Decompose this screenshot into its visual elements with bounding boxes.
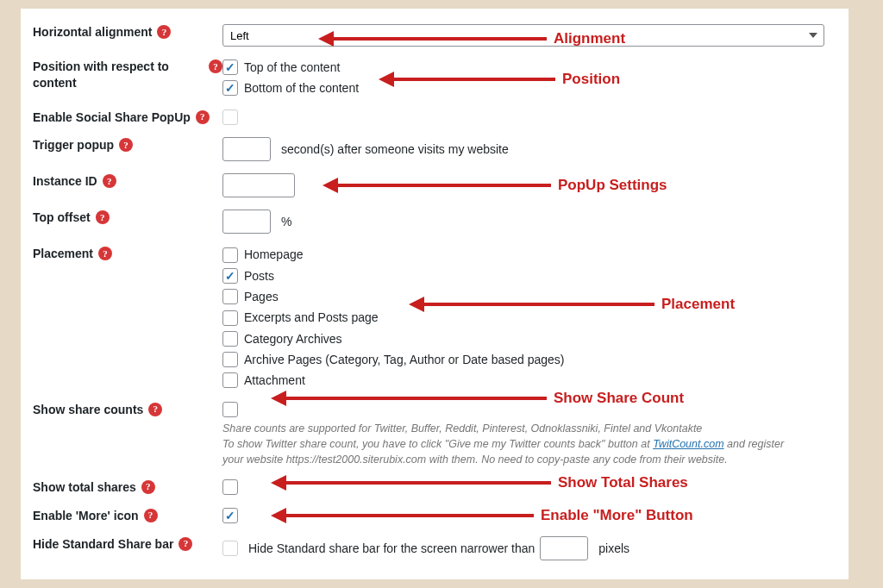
checkbox-label: Attachment bbox=[244, 372, 305, 389]
checkbox-enable-more[interactable] bbox=[222, 508, 238, 523]
checkbox-placement-1[interactable] bbox=[222, 268, 238, 284]
checkbox-placement-0[interactable] bbox=[222, 247, 238, 263]
help-icon[interactable]: ? bbox=[148, 403, 162, 416]
checkbox-placement-6[interactable] bbox=[222, 372, 238, 388]
checkbox-placement-5[interactable] bbox=[222, 352, 238, 367]
checkbox-hide-bar[interactable] bbox=[222, 541, 238, 556]
checkbox-label: Excerpts and Posts page bbox=[244, 309, 379, 326]
trigger-seconds-input[interactable] bbox=[222, 137, 271, 161]
checkbox-bottom-content[interactable] bbox=[222, 80, 238, 96]
label-position-content: Position with respect to content ? bbox=[33, 59, 222, 91]
top-offset-unit: % bbox=[281, 215, 291, 228]
checkbox-label: Homepage bbox=[244, 246, 304, 263]
label-enable-popup[interactable]: Enable Social Share PopUp ? bbox=[33, 109, 222, 126]
trigger-suffix: second(s) after someone visits my websit… bbox=[281, 142, 509, 156]
checkbox-placement-3[interactable] bbox=[222, 310, 238, 326]
help-icon[interactable]: ? bbox=[141, 480, 155, 494]
instance-id-input[interactable] bbox=[222, 173, 295, 197]
label-enable-more: Enable 'More' icon ? bbox=[33, 508, 222, 524]
label-trigger-popup[interactable]: Trigger popup ? bbox=[33, 137, 222, 153]
checkbox-label: Archive Pages (Category, Tag, Author or … bbox=[244, 351, 564, 368]
help-icon[interactable]: ? bbox=[98, 247, 112, 260]
label-instance-id[interactable]: Instance ID ? bbox=[33, 173, 222, 190]
twitcount-link[interactable]: TwitCount.com bbox=[653, 438, 723, 450]
help-icon[interactable]: ? bbox=[119, 138, 133, 152]
help-icon[interactable]: ? bbox=[96, 210, 110, 224]
checkbox-placement-4[interactable] bbox=[222, 331, 238, 347]
help-icon[interactable]: ? bbox=[144, 509, 158, 522]
help-icon[interactable]: ? bbox=[103, 174, 116, 188]
checkbox-label: Posts bbox=[244, 267, 274, 285]
alignment-select[interactable]: Left bbox=[222, 24, 824, 47]
label-top-offset[interactable]: Top offset ? bbox=[33, 210, 222, 226]
settings-panel: Horizontal alignment ? Left Position wit… bbox=[21, 9, 862, 579]
checkbox-placement-2[interactable] bbox=[222, 289, 238, 304]
help-icon[interactable]: ? bbox=[157, 25, 171, 39]
help-icon[interactable]: ? bbox=[209, 59, 222, 73]
label-show-total: Show total shares ? bbox=[33, 479, 222, 496]
counts-note: Share counts are supported for Twitter, … bbox=[222, 421, 792, 467]
label-hide-bar[interactable]: Hide Standard Share bar ? bbox=[33, 536, 222, 553]
checkbox-label: Top of the content bbox=[244, 59, 340, 76]
checkbox-label: Category Archives bbox=[244, 330, 342, 347]
help-icon[interactable]: ? bbox=[178, 537, 192, 551]
checkbox-show-counts[interactable] bbox=[222, 402, 238, 417]
label-show-counts: Show share counts ? bbox=[33, 402, 222, 418]
checkbox-enable-popup[interactable] bbox=[222, 109, 238, 125]
hide-bar-prefix: Hide Standard share bar for the screen n… bbox=[248, 541, 535, 555]
checkbox-label: Pages bbox=[244, 288, 279, 305]
top-offset-input[interactable] bbox=[222, 210, 271, 234]
checkbox-top-content[interactable] bbox=[222, 59, 238, 75]
hide-bar-suffix: pixels bbox=[598, 541, 629, 555]
checkbox-label: Bottom of the content bbox=[244, 79, 359, 97]
hide-bar-pixels-input[interactable] bbox=[540, 536, 588, 560]
label-horizontal-alignment: Horizontal alignment ? bbox=[33, 24, 222, 41]
checkbox-show-total[interactable] bbox=[222, 479, 238, 495]
label-placement: Placement ? bbox=[33, 246, 222, 262]
help-icon[interactable]: ? bbox=[196, 110, 210, 124]
